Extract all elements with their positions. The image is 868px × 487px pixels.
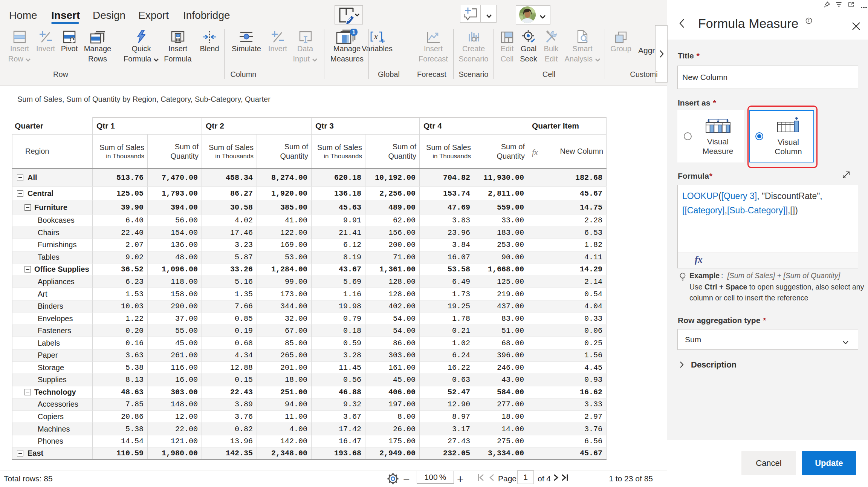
svg-text:x: x: [374, 32, 378, 41]
